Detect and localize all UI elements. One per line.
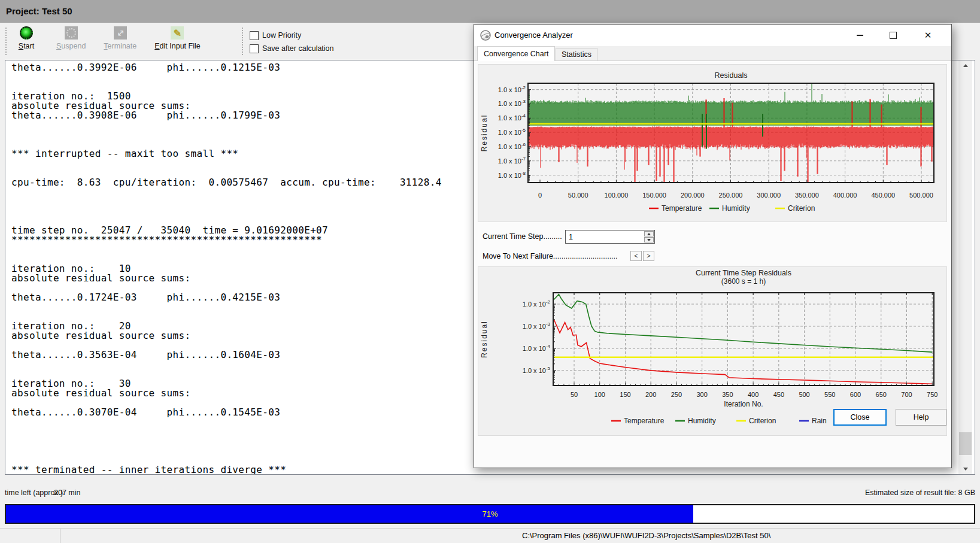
scroll-down-button[interactable] xyxy=(958,464,972,474)
checkbox-save-after-calculation[interactable]: Save after calculation xyxy=(250,42,334,55)
svg-text:50.000: 50.000 xyxy=(568,192,588,199)
svg-text:600: 600 xyxy=(850,391,861,398)
checkbox-box[interactable] xyxy=(250,44,259,53)
maximize-button[interactable] xyxy=(883,28,903,43)
svg-text:550: 550 xyxy=(824,391,835,398)
toolbar-button-label: Terminate xyxy=(104,42,136,50)
convergence-analyzer-dialog: Convergence Analyzer ✕ Convergence Chart… xyxy=(474,24,952,468)
svg-text:200: 200 xyxy=(645,391,656,398)
svg-text:750: 750 xyxy=(927,391,937,398)
toolbar-button-label: Edit Input File xyxy=(154,42,200,50)
edit-input-file-icon: ✎ xyxy=(171,25,184,41)
dialog-title: Convergence Analyzer xyxy=(494,25,573,46)
svg-text:300: 300 xyxy=(696,391,707,398)
toolbar-button-label: Suspend xyxy=(56,42,86,50)
svg-text:1.0 x 10-4: 1.0 x 10-4 xyxy=(498,113,526,122)
current-time-step-spinner[interactable] xyxy=(565,230,655,244)
svg-text:700: 700 xyxy=(901,391,912,398)
status-bar: C:\Program Files (x86)\WUFI\WUFI2D-3\Pro… xyxy=(0,528,980,543)
residuals-chart: ResidualsResidual1.0 x 10-21.0 x 10-31.0… xyxy=(478,65,946,222)
svg-text:400.000: 400.000 xyxy=(833,192,857,199)
tab-page-convergence-chart: ResidualsResidual1.0 x 10-21.0 x 10-31.0… xyxy=(474,61,951,468)
svg-text:400: 400 xyxy=(748,391,758,398)
status-bar-separator xyxy=(60,529,60,543)
svg-text:1.0 x 10-3: 1.0 x 10-3 xyxy=(498,99,526,107)
svg-text:Residual: Residual xyxy=(480,114,489,152)
svg-text:350.000: 350.000 xyxy=(795,192,819,199)
tab-statistics[interactable]: Statistics xyxy=(556,48,597,61)
start-icon xyxy=(20,25,33,41)
svg-text:200.000: 200.000 xyxy=(681,192,705,199)
footer-info-row: time left (approx.): 207 min Estimated s… xyxy=(5,487,975,499)
next-failure-button[interactable]: > xyxy=(643,251,654,261)
svg-text:150: 150 xyxy=(620,391,630,398)
svg-text:250: 250 xyxy=(671,391,682,398)
svg-text:0: 0 xyxy=(538,192,542,199)
help-button[interactable]: Help xyxy=(896,409,946,426)
svg-text:1.0 x 10-4: 1.0 x 10-4 xyxy=(523,344,551,352)
scroll-up-button[interactable] xyxy=(958,60,972,71)
tab-convergence-chart[interactable]: Convergence Chart xyxy=(477,46,555,61)
wufi-logo-icon xyxy=(480,29,491,41)
svg-text:Current Time Step Residuals: Current Time Step Residuals xyxy=(696,269,791,277)
minimize-button[interactable] xyxy=(849,28,870,43)
chevron-up-icon xyxy=(647,233,651,235)
svg-text:Humidity: Humidity xyxy=(688,417,716,425)
svg-text:Iteration No.: Iteration No. xyxy=(724,400,763,408)
progress-percent-label: 71% xyxy=(6,505,974,523)
svg-text:Residual: Residual xyxy=(480,320,489,358)
checkbox-box[interactable] xyxy=(250,31,259,40)
svg-text:1.0 x 10-5: 1.0 x 10-5 xyxy=(498,128,526,136)
svg-text:150.000: 150.000 xyxy=(642,192,666,199)
svg-text:Criterion: Criterion xyxy=(749,417,776,425)
dialog-titlebar[interactable]: Convergence Analyzer ✕ xyxy=(474,25,951,46)
time-left-value: 207 min xyxy=(54,489,80,497)
toolbar-separator xyxy=(242,28,245,55)
svg-text:Humidity: Humidity xyxy=(722,204,750,213)
svg-text:1.0 x 10-6: 1.0 x 10-6 xyxy=(498,142,526,150)
terminate-icon: ↔ xyxy=(114,25,127,41)
move-to-next-failure-label: Move To Next Failure....................… xyxy=(483,252,618,260)
previous-failure-button[interactable]: < xyxy=(630,251,642,261)
svg-text:350: 350 xyxy=(722,391,733,398)
spinner-buttons xyxy=(644,231,654,242)
svg-text:Criterion: Criterion xyxy=(788,204,815,213)
svg-text:1.0 x 10-5: 1.0 x 10-5 xyxy=(523,366,551,374)
spin-down-button[interactable] xyxy=(644,237,654,242)
spin-up-button[interactable] xyxy=(644,231,654,236)
svg-text:50: 50 xyxy=(571,391,578,398)
svg-text:1.0 x 10-8: 1.0 x 10-8 xyxy=(498,171,526,179)
svg-text:100: 100 xyxy=(594,391,605,398)
svg-text:(3600 s = 1 h): (3600 s = 1 h) xyxy=(721,277,766,286)
close-icon: ✕ xyxy=(924,30,932,41)
checkbox-low-priority[interactable]: Low Priority xyxy=(250,29,334,42)
svg-text:1.0 x 10-7: 1.0 x 10-7 xyxy=(498,156,526,165)
checkbox-label: Low Priority xyxy=(262,31,301,40)
minimize-icon xyxy=(857,35,863,36)
svg-text:Temperature: Temperature xyxy=(662,204,702,213)
svg-text:450.000: 450.000 xyxy=(871,192,895,199)
edit-input-file-button[interactable]: ✎Edit Input File xyxy=(154,25,200,50)
suspend-icon xyxy=(65,25,78,41)
window-titlebar[interactable]: Project: Test 50 xyxy=(0,0,980,23)
application-window: Project: Test 50 StartSuspend↔Terminate✎… xyxy=(0,0,980,543)
console-scrollbar[interactable] xyxy=(958,60,972,474)
close-x-button[interactable]: ✕ xyxy=(918,28,938,43)
chevron-down-icon xyxy=(647,239,651,241)
svg-text:100.000: 100.000 xyxy=(605,192,629,199)
toolbar-grip xyxy=(5,28,8,55)
current-time-step-label: Current Time Step......... xyxy=(483,232,562,241)
scrollbar-thumb[interactable] xyxy=(959,432,972,455)
dialog-tabs: Convergence ChartStatistics xyxy=(474,46,951,61)
estimated-size-label: Estimated size of result file: 8 GB xyxy=(865,489,975,497)
svg-text:Rain: Rain xyxy=(812,417,827,425)
chevron-up-icon xyxy=(963,64,968,67)
suspend-button: Suspend xyxy=(56,25,86,50)
current-time-step-input[interactable] xyxy=(566,230,645,243)
svg-text:450: 450 xyxy=(773,391,784,398)
start-button[interactable]: Start xyxy=(14,25,38,50)
close-button[interactable]: Close xyxy=(833,409,887,426)
svg-text:500.000: 500.000 xyxy=(909,192,933,199)
svg-text:Residuals: Residuals xyxy=(715,71,748,80)
window-title: Project: Test 50 xyxy=(6,0,72,23)
